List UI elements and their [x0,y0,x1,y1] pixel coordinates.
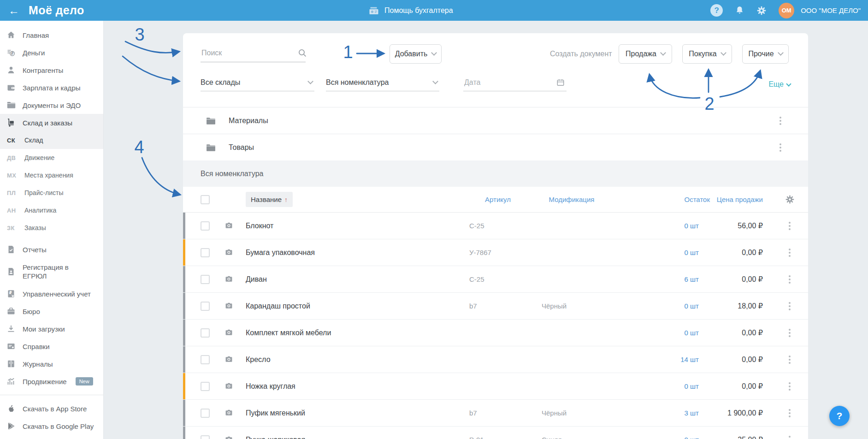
folder-row-goods[interactable]: Товары [183,134,808,161]
row-checkbox[interactable] [201,328,210,338]
row-checkbox[interactable] [201,382,210,391]
folder-icon [206,144,216,152]
row-menu-button[interactable] [786,273,793,286]
folder-icon [6,101,16,110]
row-menu-button[interactable] [786,433,793,439]
sidebar-item-contractors[interactable]: Контрагенты [0,61,103,79]
row-checkbox[interactable] [201,355,210,364]
row-status-bar [183,346,185,373]
sidebar-item-downloads[interactable]: Мои загрузки [0,320,103,338]
table-row[interactable]: Диван С-25 6 шт 0,00 ₽ [183,266,808,293]
photo-camera-icon [224,302,233,310]
table-row[interactable]: Ножка круглая 0 шт 0,00 ₽ [183,373,808,400]
sidebar-item-journals[interactable]: Журналы [0,355,103,373]
salary-icon [6,83,16,92]
warehouse-select[interactable]: Все склады [201,74,314,91]
sidebar-item-reports[interactable]: Отчеты [0,241,103,258]
sidebar-subitem-analytics[interactable]: АН Аналитика [0,202,103,219]
table-row[interactable]: Пуфик мягенький b7 Чёрный 3 шт 1 900,00 … [183,400,808,427]
row-status-bar [183,213,185,239]
app-logo[interactable]: Моё дело [29,4,84,17]
sort-asc-icon: ↑ [284,196,288,203]
row-checkbox[interactable] [201,302,210,311]
add-button[interactable]: Добавить [390,44,442,64]
table-row[interactable]: Карандаш простой b7 Чёрный 0 шт 18,00 ₽ [183,293,808,320]
sidebar-item-management[interactable]: ₽ Управленческий учет [0,285,103,303]
stock-header[interactable]: Остаток [613,196,714,203]
row-menu-button[interactable] [786,326,793,340]
section-title: Вся номенклатура [201,170,263,178]
sidebar-subitem-mesta[interactable]: МХ Места хранения [0,166,103,184]
sidebar-item-egrul[interactable]: Регистрация в ЕГРЮЛ [0,258,103,285]
settings-gear-icon[interactable] [756,6,767,16]
folder-row-materials[interactable]: Материалы [183,107,808,134]
sidebar-subitem-sklad[interactable]: СК Склад [0,131,103,149]
company-name[interactable]: ООО "МОЕ ДЕЛО" [801,6,861,14]
sale-button[interactable]: Продажа [619,44,672,64]
more-link[interactable]: Еще [768,80,791,89]
purchase-button[interactable]: Покупка [682,44,732,64]
sidebar-item-certificates[interactable]: Справки [0,338,103,355]
sidebar-item-salary[interactable]: Зарплата и кадры [0,79,103,96]
row-checkbox[interactable] [201,435,210,439]
photo-camera-icon [224,435,233,439]
sidebar-item-app-store[interactable]: Скачать в App Store [0,400,103,417]
row-menu-button[interactable] [786,406,793,420]
sidebar-item-main[interactable]: Главная [0,26,103,44]
accountant-help-link[interactable]: Помощь бухгалтера [369,0,453,21]
sidebar-divider [0,395,103,395]
sku-header[interactable]: Артикул [466,196,530,203]
table-row[interactable]: Блокнот С-25 0 шт 56,00 ₽ [183,213,808,239]
row-menu-button[interactable] [786,246,793,260]
table-row[interactable]: Комплект мягкой мебели 0 шт 0,00 ₽ [183,320,808,346]
cash-icon [369,6,380,15]
contractors-icon [6,65,16,75]
photo-camera-icon [224,275,233,284]
date-field[interactable] [463,74,567,91]
search-field[interactable] [201,44,306,62]
download-icon [6,324,16,333]
nomenclature-select[interactable]: Вся номенклатура [326,74,439,91]
help-fab-button[interactable]: ? [829,406,850,426]
table-row[interactable]: Кресло 14 шт 0,00 ₽ [183,346,808,373]
date-input[interactable] [463,78,556,87]
modification-header[interactable]: Модификация [530,196,613,203]
other-button[interactable]: Прочие [742,44,789,64]
chevron-down-icon [431,50,437,56]
sidebar-subitem-dvizhenie[interactable]: ДВ Движение [0,149,103,166]
row-menu-button[interactable] [786,380,793,393]
row-checkbox[interactable] [201,221,210,231]
back-arrow-icon[interactable]: ← [8,5,19,16]
sort-name-header[interactable]: Название ↑ [246,192,293,207]
search-input[interactable] [201,48,298,58]
user-avatar[interactable]: ОМ [779,3,794,18]
table-row[interactable]: Ручка шариковая Р-01 Синяя 0 шт 25,00 ₽ [183,427,808,439]
row-menu-button[interactable] [786,219,793,233]
notifications-bell-icon[interactable] [735,6,744,15]
annotation-arrow-3a [125,42,179,53]
annotation-arrow-4 [142,158,180,195]
price-header[interactable]: Цена продажи [714,196,771,203]
row-checkbox[interactable] [201,248,210,257]
table-settings-gear-icon[interactable] [785,195,795,204]
sidebar-item-documents[interactable]: Документы и ЭДО [0,96,103,114]
warehouse-trolley-icon [6,118,16,127]
sidebar-item-bureau[interactable]: Бюро [0,303,103,320]
table-row[interactable]: Бумага упаковочная У-7867 0 шт 0,00 ₽ [183,239,808,266]
row-checkbox[interactable] [201,409,210,418]
row-menu-button[interactable] [786,353,793,367]
sidebar-subitem-price-lists[interactable]: ПЛ Прайс-листы [0,184,103,202]
row-checkbox[interactable] [201,275,210,284]
sidebar-item-warehouse[interactable]: Склад и заказы [0,114,103,131]
folder-menu-button[interactable] [777,114,784,128]
topbar: ← Моё дело Помощь бухгалтера ? ОМ ООО "М… [0,0,868,21]
folder-menu-button[interactable] [777,141,784,154]
sidebar-item-google-play[interactable]: Скачать в Google Play [0,417,103,435]
select-all-checkbox[interactable] [201,195,210,204]
sidebar-item-promotion[interactable]: Продвижение New [0,373,103,390]
row-menu-button[interactable] [786,299,793,313]
annotation-number-4: 4 [134,137,144,157]
help-icon[interactable]: ? [710,4,723,17]
sidebar-subitem-orders[interactable]: ЗК Заказы [0,219,103,237]
sidebar-item-money[interactable]: ₽ Деньги [0,44,103,61]
